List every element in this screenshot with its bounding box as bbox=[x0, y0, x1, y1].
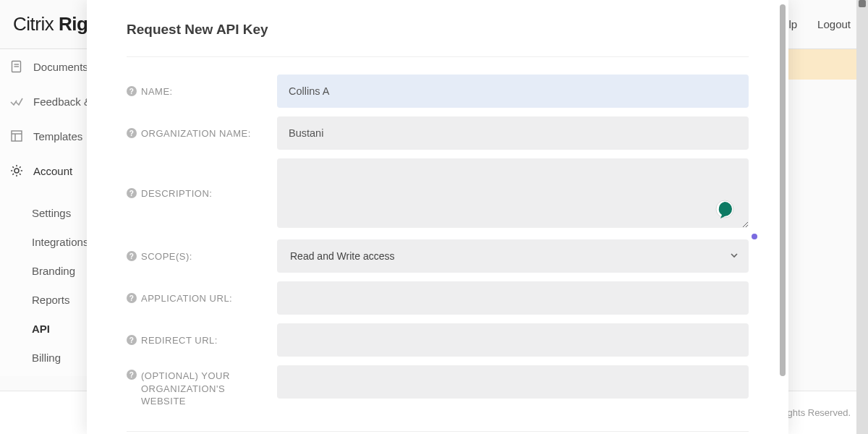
svg-line-13 bbox=[12, 174, 14, 175]
field-label-appurl: APPLICATION URL: bbox=[141, 293, 232, 304]
scope-select[interactable]: Read and Write access bbox=[277, 239, 749, 273]
field-label-scope: SCOPE(S): bbox=[141, 251, 192, 262]
field-label-redirect: REDIRECT URL: bbox=[141, 335, 218, 346]
chat-bubble-icon[interactable] bbox=[714, 199, 736, 224]
modal-scrollbar[interactable] bbox=[780, 4, 786, 376]
help-icon[interactable]: ? bbox=[127, 128, 137, 138]
sidebar-item-label: Templates bbox=[33, 130, 82, 142]
help-link[interactable]: lp bbox=[788, 18, 797, 30]
help-icon[interactable]: ? bbox=[127, 86, 137, 96]
org-website-input[interactable] bbox=[277, 365, 749, 399]
logo: Citrix Rig bbox=[13, 13, 88, 35]
sidebar-item-label: Documents bbox=[33, 61, 88, 73]
org-name-input[interactable] bbox=[277, 116, 749, 150]
help-icon[interactable]: ? bbox=[127, 293, 137, 303]
help-icon[interactable]: ? bbox=[127, 370, 137, 380]
help-icon[interactable]: ? bbox=[127, 188, 137, 198]
redirect-url-input[interactable] bbox=[277, 323, 749, 357]
sidebar-item-label: Account bbox=[33, 165, 72, 177]
description-input[interactable] bbox=[277, 158, 749, 228]
svg-line-14 bbox=[20, 166, 21, 168]
svg-point-6 bbox=[14, 169, 19, 173]
svg-rect-3 bbox=[12, 131, 22, 141]
scrollbar-thumb[interactable] bbox=[859, 0, 866, 7]
field-label-website: (OPTIONAL) YOUR ORGANIZATION'S WEBSITE bbox=[141, 370, 265, 408]
gear-icon bbox=[10, 164, 23, 177]
field-label-description: DESCRIPTION: bbox=[141, 188, 212, 199]
application-url-input[interactable] bbox=[277, 281, 749, 315]
resize-handle-icon[interactable] bbox=[752, 234, 757, 239]
template-icon bbox=[10, 129, 23, 142]
doc-icon bbox=[10, 60, 23, 73]
request-api-key-modal: Request New API Key ? NAME: ? ORGANIZATI… bbox=[87, 0, 788, 434]
help-icon[interactable]: ? bbox=[127, 251, 137, 261]
logout-link[interactable]: Logout bbox=[817, 18, 851, 30]
window-scrollbar[interactable] bbox=[856, 0, 868, 434]
check-icon bbox=[10, 95, 23, 108]
svg-line-12 bbox=[20, 174, 21, 175]
field-label-name: NAME: bbox=[141, 86, 173, 97]
modal-title: Request New API Key bbox=[127, 22, 749, 57]
svg-line-11 bbox=[12, 166, 14, 168]
name-input[interactable] bbox=[277, 75, 749, 108]
field-label-org: ORGANIZATION NAME: bbox=[141, 128, 251, 139]
api-key-form: ? NAME: ? ORGANIZATION NAME: bbox=[127, 57, 749, 432]
help-icon[interactable]: ? bbox=[127, 335, 137, 345]
